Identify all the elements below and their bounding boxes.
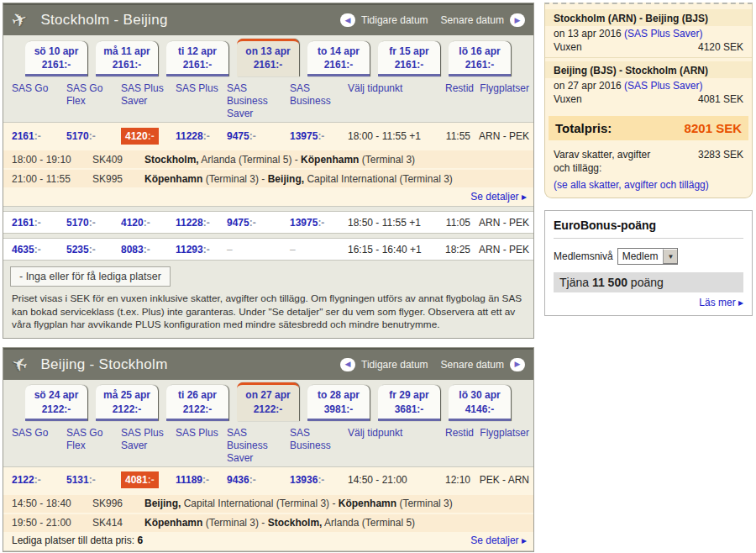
taxes-label: Varav skatter, avgifteroch tillägg: xyxy=(554,149,650,175)
see-details-link[interactable]: Se detaljer ▸ xyxy=(470,191,527,203)
fare-price[interactable]: 11293:- xyxy=(176,244,227,255)
date-tab[interactable]: fr 15 apr2161:- xyxy=(378,41,440,76)
outbound-date-tabs: sö 10 apr2161:- må 11 apr2161:- ti 12 ap… xyxy=(3,35,533,76)
fare-price[interactable]: 13936:- xyxy=(290,474,348,486)
airports: ARN - PEK xyxy=(474,130,529,142)
segment-time: 18:00 - 19:10 xyxy=(12,154,87,166)
date-tab-selected[interactable]: on 13 apr2161:- xyxy=(237,39,299,76)
date-tab[interactable]: fr 29 apr3681:- xyxy=(378,385,440,420)
travel-duration: 11:05 xyxy=(430,217,474,229)
column-header: SAS Business xyxy=(290,82,348,108)
later-date-link[interactable]: Senare datum xyxy=(441,14,504,26)
flight-results-page: ✈ Stockholm - Beijing ◀ Tidigare datum S… xyxy=(0,0,756,553)
segment-route: Köpenhamn (Terminal 3) - Beijing, Capita… xyxy=(144,173,527,185)
fare-price[interactable]: 2122:- xyxy=(12,474,66,486)
fare-price[interactable]: 9475:- xyxy=(227,217,290,229)
block-footer: Se detaljer ▸ xyxy=(3,187,533,206)
fare-price-selected[interactable]: 4081:- xyxy=(121,471,159,488)
date-tab[interactable]: ti 12 apr2161:- xyxy=(166,41,228,76)
departure-time: 18:00 - 11:55 +1 xyxy=(348,130,430,142)
segment-time: 21:00 - 11:55 xyxy=(12,173,87,185)
column-header: SAS Business xyxy=(290,427,348,452)
fare-price[interactable]: 13975:- xyxy=(290,130,348,142)
outbound-header: ✈ Stockholm - Beijing ◀ Tidigare datum S… xyxy=(3,3,533,35)
next-date-button[interactable]: ▶ xyxy=(510,358,525,371)
results-column: ✈ Stockholm - Beijing ◀ Tidigare datum S… xyxy=(3,3,534,553)
fare-price[interactable]: 9436:- xyxy=(227,474,290,486)
total-price-row: Totalpris: 8201 SEK xyxy=(549,116,748,140)
date-tab[interactable]: lö 30 apr4146:- xyxy=(449,385,511,420)
flight-segment: 21:00 - 11:55 SK995 Köpenhamn (Terminal … xyxy=(3,168,533,187)
fare-price[interactable]: 13975:- xyxy=(290,217,348,229)
chevron-right-icon: ▶ xyxy=(515,361,521,368)
fare-price[interactable]: 11189:- xyxy=(176,474,227,486)
previous-date-button[interactable]: ◀ xyxy=(340,358,355,371)
price-summary-box: Stockholm (ARN) - Beijing (BJS) on 13 ap… xyxy=(544,3,753,198)
date-navigation: ◀ Tidigare datum Senare datum ▶ xyxy=(340,13,525,27)
leg-date: on 13 apr 2016 (SAS Plus Saver) xyxy=(545,26,752,40)
fare-price[interactable]: 5170:- xyxy=(66,130,121,142)
outbound-panel: ✈ Stockholm - Beijing ◀ Tidigare datum S… xyxy=(3,3,534,339)
fare-price[interactable]: 5235:- xyxy=(66,244,121,255)
flight-segment: 14:50 - 18:40 SK996 Beijing, Capital Int… xyxy=(3,493,533,513)
column-header: Restid xyxy=(430,427,474,440)
earlier-date-link[interactable]: Tidigare datum xyxy=(361,14,428,26)
next-date-button[interactable]: ▶ xyxy=(510,13,525,27)
fare-price[interactable]: 5170:- xyxy=(66,217,121,229)
fare-price[interactable]: 5131:- xyxy=(66,474,121,486)
date-tab[interactable]: må 11 apr2161:- xyxy=(96,41,158,76)
fare-price[interactable]: 4635:- xyxy=(12,244,66,255)
fare-price[interactable]: 4120:- xyxy=(121,217,176,229)
departure-time: 16:15 - 16:40 +1 xyxy=(348,244,430,255)
seats-available-text: Lediga platser till detta pris: 6 xyxy=(12,535,143,546)
segment-route: Beijing, Capital International (Terminal… xyxy=(144,498,527,509)
flight-number: SK995 xyxy=(92,173,139,185)
see-all-taxes-link[interactable]: (se alla skatter, avgifter och tillägg) xyxy=(545,176,752,191)
fare-price-selected[interactable]: 4120:- xyxy=(121,128,159,145)
airports: ARN - PEK xyxy=(474,244,529,255)
summary-leg: Stockholm (ARN) - Beijing (BJS) on 13 ap… xyxy=(545,9,752,58)
date-tab[interactable]: to 28 apr3981:- xyxy=(307,385,370,420)
fare-price[interactable]: 2161:- xyxy=(12,130,66,142)
departure-time: 18:50 - 11:55 +1 xyxy=(348,217,430,229)
outbound-route-title: Stockholm - Beijing xyxy=(40,12,167,29)
leg-date: on 27 apr 2016 (SAS Plus Saver) xyxy=(545,78,752,92)
fare-column-headers: SAS Go SAS Go Flex SAS Plus Saver SAS Pl… xyxy=(3,76,533,122)
date-tab[interactable]: lö 16 apr2161:- xyxy=(449,41,511,76)
date-tab[interactable]: to 14 apr2161:- xyxy=(307,41,370,76)
previous-date-button[interactable]: ◀ xyxy=(340,13,355,27)
date-tab[interactable]: sö 10 apr2161:- xyxy=(25,41,87,76)
read-more-link[interactable]: Läs mer ▸ xyxy=(554,292,743,308)
date-tab[interactable]: ti 26 apr2122:- xyxy=(166,385,228,420)
total-price-value: 8201 SEK xyxy=(685,121,742,135)
leg-passenger-row: Vuxen4081 SEK xyxy=(545,92,752,105)
points-earned-text: Tjäna 11 500 poäng xyxy=(554,272,743,292)
fare-price[interactable]: 11228:- xyxy=(176,130,227,142)
later-date-link[interactable]: Senare datum xyxy=(441,359,504,371)
fare-price[interactable]: 8083:- xyxy=(121,244,176,255)
earlier-date-link[interactable]: Tidigare datum xyxy=(361,359,428,371)
flight-segment: 18:00 - 19:10 SK409 Stockholm, Arlanda (… xyxy=(3,149,533,168)
details-arrow-icon: ▸ xyxy=(738,297,743,308)
dropdown-arrow-icon: ▼ xyxy=(663,249,677,264)
travel-duration: 12:10 xyxy=(430,474,474,486)
date-tab[interactable]: sö 24 apr2122:- xyxy=(25,385,87,420)
membership-level-row: Medlemsnivå Medlem ▼ xyxy=(554,248,743,265)
column-header: SAS Go xyxy=(12,82,66,95)
date-tab[interactable]: må 25 apr2122:- xyxy=(96,385,158,420)
total-price-label: Totalpris: xyxy=(555,121,612,135)
fare-price[interactable]: 11228:- xyxy=(176,217,227,229)
date-tab-selected[interactable]: on 27 apr2122:- xyxy=(237,382,299,420)
column-header: Restid xyxy=(430,82,474,95)
fare-price[interactable]: 9475:- xyxy=(227,130,290,142)
airports: PEK - ARN xyxy=(474,474,529,486)
fare-price[interactable]: 2161:- xyxy=(12,217,66,229)
membership-level-select[interactable]: Medlem ▼ xyxy=(617,248,679,265)
fare-class-link[interactable]: (SAS Plus Saver) xyxy=(624,80,702,92)
plane-landing-icon: ✈ xyxy=(8,351,30,377)
see-details-link[interactable]: Se detaljer ▸ xyxy=(470,535,527,546)
segment-route: Stockholm, Arlanda (Terminal 5) - Köpenh… xyxy=(144,154,527,166)
chevron-left-icon: ◀ xyxy=(345,361,351,368)
summary-leg: Beijing (BJS) - Stockholm (ARN) on 27 ap… xyxy=(545,58,752,109)
fare-class-link[interactable]: (SAS Plus Saver) xyxy=(624,28,702,40)
